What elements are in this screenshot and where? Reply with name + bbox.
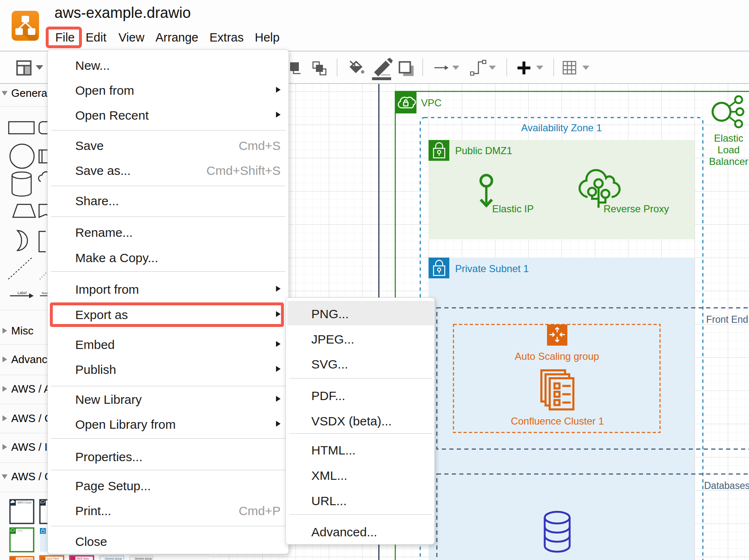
svg-text:Auto Scaling group: Auto Scaling group (515, 351, 599, 362)
svg-text:Reverse Proxy: Reverse Proxy (604, 203, 669, 214)
svg-text:Generic group: Generic group (135, 557, 152, 560)
svg-text:Confluence Cluster 1: Confluence Cluster 1 (511, 415, 604, 427)
svg-text:Generic group: Generic group (105, 557, 122, 560)
svg-text:Front End: Front End (706, 314, 748, 325)
svg-text:Public DMZ1: Public DMZ1 (455, 145, 512, 156)
svg-text:Databases: Databases (704, 480, 749, 491)
svg-text:Load: Load (717, 144, 739, 155)
svg-text:EC2 instance: EC2 instance (17, 558, 33, 560)
svg-text:Elastic IP: Elastic IP (492, 203, 534, 214)
svg-text:AWS Step: AWS Step (76, 557, 89, 560)
svg-text:AWS Cloud: AWS Cloud (17, 501, 32, 504)
svg-text:Availability Zone 1: Availability Zone 1 (521, 122, 602, 133)
svg-text:VPC: VPC (17, 529, 23, 532)
svg-text:VPC: VPC (421, 97, 441, 108)
svg-text:Balancer: Balancer (709, 156, 749, 167)
svg-text:Private Subnet 1: Private Subnet 1 (455, 263, 529, 274)
svg-text:Spot Fleet: Spot Fleet (47, 557, 59, 560)
svg-text:Elastic: Elastic (714, 133, 744, 144)
